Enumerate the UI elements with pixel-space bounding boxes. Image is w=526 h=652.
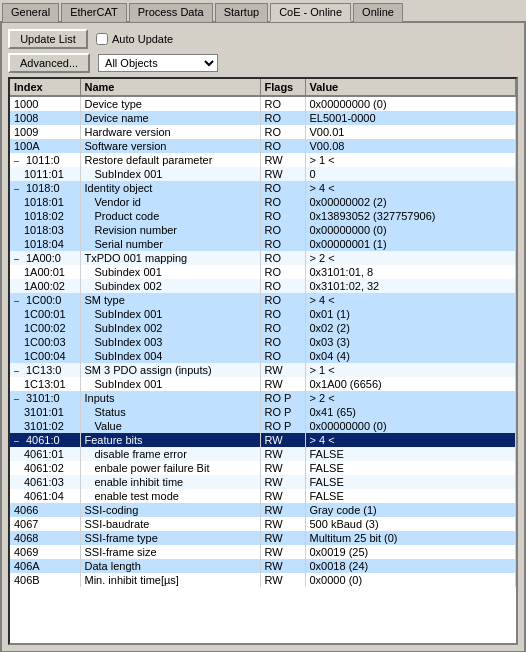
col-name: Name [80, 79, 260, 96]
cell-flags: RO P [260, 405, 305, 419]
cell-name: enable test mode [80, 489, 260, 503]
table-row[interactable]: 4061:02enbale power failure BitRWFALSE [10, 461, 516, 475]
table-row[interactable]: – 1C13:0SM 3 PDO assign (inputs)RW> 1 < [10, 363, 516, 377]
table-row[interactable]: – 1C00:0SM typeRO> 4 < [10, 293, 516, 307]
cell-index: 4068 [10, 531, 80, 545]
cell-flags: RO [260, 251, 305, 265]
table-row[interactable]: 1009Hardware versionROV00.01 [10, 125, 516, 139]
cell-flags: RO [260, 181, 305, 195]
table-row[interactable]: 406AData lengthRW0x0018 (24) [10, 559, 516, 573]
cell-value: 0x04 (4) [305, 349, 516, 363]
table-row[interactable]: 1018:02Product codeRO0x13893052 (3277579… [10, 209, 516, 223]
cell-name: Status [80, 405, 260, 419]
cell-name: SubIndex 004 [80, 349, 260, 363]
table-row[interactable]: 1C13:01SubIndex 001RW0x1A00 (6656) [10, 377, 516, 391]
table-row[interactable]: 1C00:04SubIndex 004RO0x04 (4) [10, 349, 516, 363]
table-row[interactable]: – 4061:0Feature bitsRW> 4 < [10, 433, 516, 447]
cell-name: Inputs [80, 391, 260, 405]
cell-value: 0x1A00 (6656) [305, 377, 516, 391]
expand-icon[interactable]: – [14, 436, 26, 446]
cell-index: 100A [10, 139, 80, 153]
cell-name: Product code [80, 209, 260, 223]
table-row[interactable]: 1000Device typeRO0x00000000 (0) [10, 96, 516, 111]
col-flags: Flags [260, 79, 305, 96]
tab-ethercat[interactable]: EtherCAT [61, 3, 126, 22]
table-row[interactable]: 4066SSI-codingRWGray code (1) [10, 503, 516, 517]
cell-flags: RW [260, 545, 305, 559]
cell-flags: RW [260, 363, 305, 377]
coe-table: Index Name Flags Value 1000Device typeRO… [10, 79, 516, 587]
cell-flags: RO [260, 335, 305, 349]
table-row[interactable]: 406BMin. inhibit time[µs]RW0x0000 (0) [10, 573, 516, 587]
tab-bar: General EtherCAT Process Data Startup Co… [0, 0, 526, 23]
table-row[interactable]: 4068SSI-frame typeRWMultitum 25 bit (0) [10, 531, 516, 545]
expand-icon[interactable]: – [14, 296, 26, 306]
table-row[interactable]: – 1A00:0TxPDO 001 mappingRO> 2 < [10, 251, 516, 265]
table-row[interactable]: – 1011:0Restore default parameterRW> 1 < [10, 153, 516, 167]
expand-icon[interactable]: – [14, 394, 26, 404]
table-row[interactable]: 4067SSI-baudrateRW500 kBaud (3) [10, 517, 516, 531]
cell-index: – 3101:0 [10, 391, 80, 405]
cell-value: 0x3101:01, 8 [305, 265, 516, 279]
tab-startup[interactable]: Startup [215, 3, 268, 22]
tab-online[interactable]: Online [353, 3, 403, 22]
cell-value: 0x0000 (0) [305, 573, 516, 587]
cell-value: 500 kBaud (3) [305, 517, 516, 531]
cell-name: Device type [80, 96, 260, 111]
table-row[interactable]: 1A00:02Subindex 002RO0x3101:02, 32 [10, 279, 516, 293]
tab-general[interactable]: General [2, 3, 59, 22]
table-row[interactable]: – 1018:0Identity objectRO> 4 < [10, 181, 516, 195]
expand-icon[interactable]: – [14, 184, 26, 194]
table-row[interactable]: 3101:02ValueRO P0x00000000 (0) [10, 419, 516, 433]
table-row[interactable]: 1018:03Revision numberRO0x00000000 (0) [10, 223, 516, 237]
col-index: Index [10, 79, 80, 96]
expand-icon[interactable]: – [14, 254, 26, 264]
update-list-button[interactable]: Update List [8, 29, 88, 49]
auto-update-label[interactable]: Auto Update [96, 33, 173, 45]
table-row[interactable]: 4069SSI-frame sizeRW0x0019 (25) [10, 545, 516, 559]
cell-value: > 1 < [305, 363, 516, 377]
tab-process-data[interactable]: Process Data [129, 3, 213, 22]
cell-index: 1018:04 [10, 237, 80, 251]
expand-icon[interactable]: – [14, 366, 26, 376]
cell-flags: RO [260, 321, 305, 335]
auto-update-checkbox[interactable] [96, 33, 108, 45]
cell-flags: RO [260, 223, 305, 237]
cell-index: – 4061:0 [10, 433, 80, 447]
cell-value: FALSE [305, 489, 516, 503]
cell-flags: RW [260, 503, 305, 517]
cell-value: 0x01 (1) [305, 307, 516, 321]
cell-value: > 1 < [305, 153, 516, 167]
cell-flags: RW [260, 433, 305, 447]
table-row[interactable]: 1011:01SubIndex 001RW0 [10, 167, 516, 181]
tab-coe-online[interactable]: CoE - Online [270, 3, 351, 22]
table-body: 1000Device typeRO0x00000000 (0)1008Devic… [10, 96, 516, 587]
main-panel: Update List Auto Update Advanced... All … [0, 23, 526, 652]
table-row[interactable]: 1A00:01Subindex 001RO0x3101:01, 8 [10, 265, 516, 279]
cell-value: FALSE [305, 461, 516, 475]
table-row[interactable]: 4061:04enable test modeRWFALSE [10, 489, 516, 503]
filter-dropdown[interactable]: All Objects [98, 54, 218, 72]
table-row[interactable]: 4061:03enable inhibit timeRWFALSE [10, 475, 516, 489]
table-row[interactable]: 1008Device nameROEL5001-0000 [10, 111, 516, 125]
table-row[interactable]: 1018:04Serial numberRO0x00000001 (1) [10, 237, 516, 251]
table-row[interactable]: 1C00:02SubIndex 002RO0x02 (2) [10, 321, 516, 335]
advanced-button[interactable]: Advanced... [8, 53, 90, 73]
cell-flags: RW [260, 167, 305, 181]
cell-index: 4069 [10, 545, 80, 559]
cell-index: – 1018:0 [10, 181, 80, 195]
table-row[interactable]: 1C00:03SubIndex 003RO0x03 (3) [10, 335, 516, 349]
expand-icon[interactable]: – [14, 156, 26, 166]
table-row[interactable]: 1018:01Vendor idRO0x00000002 (2) [10, 195, 516, 209]
table-row[interactable]: 100ASoftware versionROV00.08 [10, 139, 516, 153]
coe-table-container[interactable]: Index Name Flags Value 1000Device typeRO… [8, 77, 518, 645]
table-row[interactable]: 1C00:01SubIndex 001RO0x01 (1) [10, 307, 516, 321]
cell-name: Identity object [80, 181, 260, 195]
cell-flags: RO [260, 307, 305, 321]
cell-flags: RO [260, 279, 305, 293]
table-row[interactable]: 3101:01StatusRO P0x41 (65) [10, 405, 516, 419]
table-row[interactable]: – 3101:0InputsRO P> 2 < [10, 391, 516, 405]
cell-index: 4061:03 [10, 475, 80, 489]
table-row[interactable]: 4061:01disable frame errorRWFALSE [10, 447, 516, 461]
cell-index: 1C00:04 [10, 349, 80, 363]
